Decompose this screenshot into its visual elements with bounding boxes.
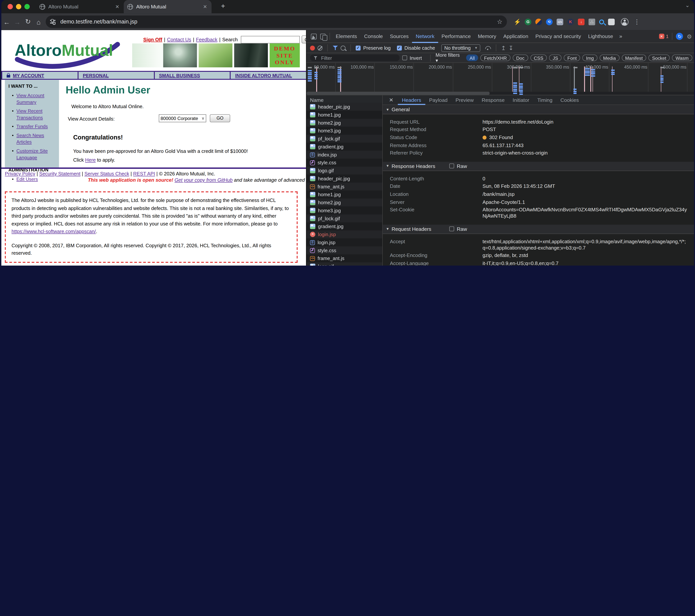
devtools-tab[interactable]: Application — [500, 30, 532, 43]
extension-icon[interactable] — [599, 19, 604, 24]
network-request-row[interactable]: index.jsp — [306, 151, 382, 159]
detail-tab[interactable]: Payload — [425, 95, 452, 105]
request-type-filter-pill[interactable]: Doc — [512, 54, 528, 61]
site-settings-icon[interactable] — [50, 19, 56, 24]
sidebar-link[interactable]: Transfer Funds — [16, 124, 48, 129]
footer-link[interactable]: Security Statement — [39, 171, 81, 176]
extension-icon[interactable]: ⚡ — [514, 18, 521, 25]
request-type-filter-pill[interactable]: Manifest — [622, 54, 646, 61]
network-overview-timeline[interactable]: 50,000 ms100,000 ms150,000 ms200,000 ms2… — [306, 63, 694, 95]
network-request-row[interactable]: gradient.jpg — [306, 143, 382, 151]
network-request-row[interactable]: pf_lock.gif — [306, 135, 382, 143]
detail-tab[interactable]: Initiator — [509, 95, 533, 105]
footer-link[interactable]: Privacy Policy — [5, 171, 35, 176]
filter-input-box[interactable] — [310, 54, 400, 61]
detail-tab[interactable]: Cookies — [556, 95, 583, 105]
footer-link[interactable]: Server Status Check — [84, 171, 129, 176]
url-text[interactable]: demo.testfire.net/bank/main.jsp — [60, 19, 497, 25]
forward-button[interactable]: → — [12, 18, 23, 25]
back-button[interactable]: ← — [1, 18, 12, 25]
network-request-row[interactable]: home3.jpg — [306, 127, 382, 135]
account-select[interactable]: 800000 Corporate ∨ — [159, 114, 206, 122]
extension-icon[interactable]: G — [525, 18, 531, 25]
network-request-row[interactable]: frame_ant.js — [306, 254, 382, 262]
detail-tab[interactable]: Timing — [533, 95, 557, 105]
minimize-window-button[interactable] — [16, 4, 21, 10]
sidebar-link[interactable]: View Recent Transactions — [16, 108, 43, 120]
devtools-tab[interactable]: Lighthouse — [584, 30, 617, 43]
error-badge-icon[interactable]: ✕ — [659, 34, 664, 39]
site-search-input[interactable] — [241, 36, 300, 43]
export-har-icon[interactable]: ↧ — [509, 45, 513, 51]
network-request-row[interactable]: logo.gif — [306, 262, 382, 266]
site-nav-item[interactable]: PERSONAL — [78, 72, 154, 79]
response-headers-section-header[interactable]: ▼ Response Headers Raw — [383, 162, 694, 171]
timeline-scrollbar[interactable] — [306, 92, 694, 95]
more-tabs-icon[interactable]: » — [616, 33, 625, 39]
contact-us-link[interactable]: Contact Us — [167, 37, 191, 42]
request-type-filter-pill[interactable]: All — [466, 54, 478, 61]
invert-checkbox[interactable] — [402, 55, 407, 60]
close-detail-icon[interactable]: ✕ — [385, 97, 397, 103]
raw-checkbox[interactable] — [449, 164, 454, 169]
apply-here-link[interactable]: Here — [85, 157, 96, 163]
request-type-filter-pill[interactable]: JS — [549, 54, 562, 61]
devtools-tab[interactable]: Memory — [474, 30, 500, 43]
invert-label[interactable]: Invert — [410, 55, 422, 60]
tab-search-chevron-icon[interactable]: ⌄ — [685, 2, 690, 8]
extension-icon[interactable]: K — [567, 18, 574, 25]
appscan-link[interactable]: https://www.hcl-software.com/appscan/ — [12, 229, 96, 234]
network-search-icon[interactable] — [341, 46, 345, 50]
devtools-tab[interactable]: Performance — [438, 30, 474, 43]
browser-tab[interactable]: Altoro Mutual ✕ — [124, 0, 211, 13]
devtools-tab[interactable]: Privacy and security — [532, 30, 584, 43]
network-conditions-icon[interactable] — [485, 46, 491, 50]
throttling-select[interactable]: No throttling ▾ — [441, 44, 480, 52]
preserve-log-checkbox[interactable]: ✓ — [356, 46, 361, 50]
clear-network-log-icon[interactable] — [318, 46, 322, 50]
devtools-tab[interactable]: Network — [412, 30, 438, 43]
request-type-filter-pill[interactable]: CSS — [530, 54, 547, 61]
request-headers-section-header[interactable]: ▼ Request Headers Raw — [383, 225, 694, 234]
more-filters-dropdown[interactable]: More filters ▾ — [436, 52, 460, 64]
extension-icon[interactable]: IQ — [546, 18, 553, 25]
site-nav-item[interactable]: SMALL BUSINESS — [154, 72, 230, 79]
tab-close-icon[interactable]: ✕ — [202, 4, 208, 10]
network-request-row[interactable]: header_pic.jpg — [306, 175, 382, 183]
preserve-log-label[interactable]: Preserve log — [363, 45, 391, 51]
devtools-tab[interactable]: Sources — [386, 30, 412, 43]
extension-icon[interactable]: ↓ — [578, 18, 584, 25]
extension-icon[interactable] — [608, 18, 615, 25]
request-type-filter-pill[interactable]: Wasm — [672, 54, 692, 61]
browser-tab[interactable]: Altoro Mutual ✕ — [36, 0, 124, 13]
network-request-row[interactable]: header_pic.jpg — [306, 103, 382, 111]
site-nav-item[interactable]: MY ACCOUNT — [1, 72, 78, 79]
raw-checkbox[interactable] — [449, 227, 454, 232]
import-har-icon[interactable]: ↥ — [501, 45, 506, 51]
github-link[interactable]: Get your copy from GitHub — [175, 177, 233, 183]
inspect-element-icon[interactable] — [311, 33, 317, 39]
bookmark-star-icon[interactable]: ☆ — [497, 18, 503, 25]
detail-tab[interactable]: Preview — [452, 95, 478, 105]
request-type-filter-pill[interactable]: Fetch/XHR — [480, 54, 510, 61]
devtools-tab[interactable]: Console — [360, 30, 386, 43]
maximize-window-button[interactable] — [24, 4, 30, 10]
sign-off-link[interactable]: Sign Off — [143, 37, 162, 42]
general-section-header[interactable]: ▼ General — [383, 105, 694, 115]
request-type-filter-pill[interactable]: Font — [564, 54, 580, 61]
detail-tab[interactable]: Response — [478, 95, 509, 105]
record-network-log-button[interactable] — [310, 46, 315, 50]
site-nav-item[interactable]: INSIDE ALTORO MUTUAL — [230, 72, 306, 79]
devtools-tab[interactable]: Elements — [332, 30, 360, 43]
network-request-row[interactable]: style.css — [306, 246, 382, 254]
network-request-row[interactable]: home1.jpg — [306, 111, 382, 119]
account-go-button[interactable]: GO — [210, 114, 230, 122]
network-request-row[interactable]: frame_ant.js — [306, 182, 382, 191]
filter-input[interactable] — [320, 55, 396, 61]
search-go-button[interactable]: Go — [302, 36, 306, 43]
profile-avatar[interactable] — [621, 18, 628, 25]
filter-toggle-icon[interactable] — [333, 46, 338, 50]
tab-close-icon[interactable]: ✕ — [114, 4, 120, 10]
network-request-row[interactable]: home3.jpg — [306, 207, 382, 215]
device-toolbar-icon[interactable] — [320, 33, 325, 39]
